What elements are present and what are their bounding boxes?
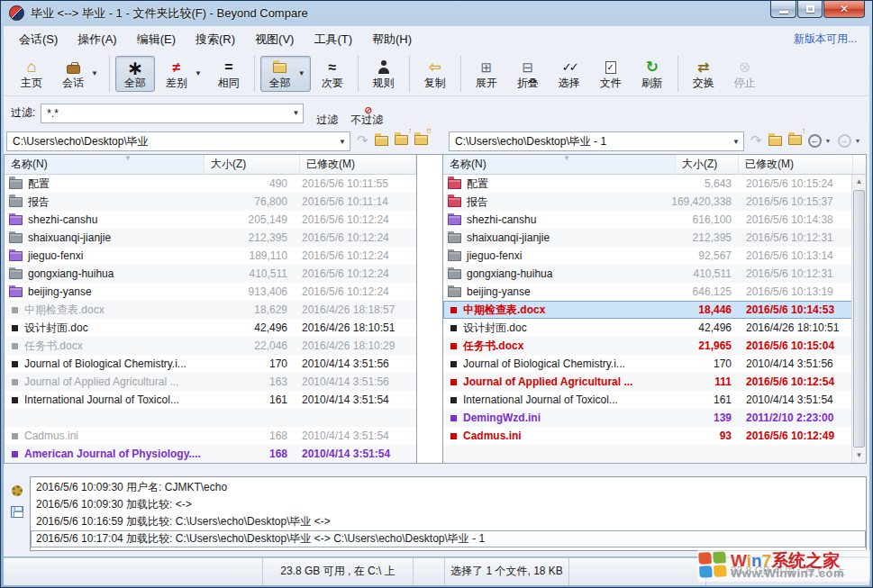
- toolbar-button-copyl[interactable]: ⇦复制: [415, 56, 455, 92]
- close-button[interactable]: ✕: [823, 1, 865, 18]
- menu-item-操作[interactable]: 操作(A): [68, 29, 126, 50]
- chevron-down-icon[interactable]: ▼: [825, 138, 832, 144]
- file-row[interactable]: beijing-yanse646,1252016/5/6 10:13:19: [443, 283, 866, 301]
- right-column-header-name[interactable]: 名称(N): [443, 155, 676, 174]
- menu-item-会话[interactable]: 会话(S): [9, 29, 68, 50]
- file-row[interactable]: Cadmus.ini932016/5/6 10:12:49: [443, 427, 866, 445]
- file-row[interactable]: Journal of Biological Chemistry.i...1702…: [443, 355, 866, 373]
- back-icon[interactable]: ←: [808, 134, 822, 148]
- left-column-header-name[interactable]: 名称(N): [5, 155, 205, 174]
- file-row[interactable]: 中期检查表.docx18,6292016/4/26 18:18:57: [5, 301, 416, 319]
- file-date-cell: 2016/5/6 10:14:38: [739, 213, 853, 226]
- file-row[interactable]: 任务书.docx21,9652016/5/6 10:15:04: [443, 337, 866, 355]
- file-row[interactable]: 设计封面.doc42,4962016/4/26 18:10:51: [5, 319, 416, 337]
- file-row[interactable]: 报告76,8002016/5/6 10:11:14: [5, 193, 416, 211]
- file-size-cell: 410,511: [205, 267, 295, 280]
- file-row[interactable]: 设计封面.doc42,4962016/4/26 18:10:51: [443, 319, 866, 337]
- save-log-icon[interactable]: [11, 506, 23, 518]
- left-path-combobox[interactable]: C:\Users\echo\Desktop\毕业 ▼: [6, 131, 350, 151]
- file-row[interactable]: shaixuanqi-jianjie212,3952016/5/6 10:12:…: [5, 229, 416, 247]
- right-column-header-size[interactable]: 大小(Z): [676, 155, 739, 174]
- file-row[interactable]: International Journal of Toxicol...16120…: [443, 391, 866, 409]
- right-path-combobox[interactable]: C:\Users\echo\Desktop\毕业 - 1 ▼: [449, 131, 744, 151]
- log-row[interactable]: 2016/5/6 10:09:30 用户名: CJMKT\echo: [31, 479, 866, 496]
- log-row[interactable]: 2016/5/6 10:17:04 加载比较: C:\Users\echo\De…: [31, 530, 866, 547]
- new-version-link[interactable]: 新版本可用...: [794, 32, 857, 47]
- left-column-header-size[interactable]: 大小(Z): [205, 155, 300, 174]
- chevron-down-icon[interactable]: ▼: [91, 69, 98, 77]
- chevron-down-icon[interactable]: ▼: [335, 138, 350, 146]
- toolbar-button-case[interactable]: 会话▼: [53, 56, 104, 92]
- scroll-down-icon[interactable]: ▼: [852, 448, 866, 463]
- file-row[interactable]: Journal of Applied Agricultural ...11120…: [443, 373, 866, 391]
- file-row[interactable]: 配置5,6432016/5/6 10:15:24: [443, 175, 866, 193]
- toolbar-button-expand[interactable]: ⊞展开: [467, 56, 506, 92]
- left-column-header-date[interactable]: 已修改(M): [300, 155, 416, 174]
- toolbar-button-filechk[interactable]: ✓文件: [591, 56, 631, 92]
- chevron-down-icon[interactable]: ▼: [298, 69, 305, 77]
- file-row[interactable]: jieguo-fenxi92,5672016/5/6 10:13:14: [443, 247, 866, 265]
- file-row[interactable]: 配置4902016/5/6 10:11:55: [5, 175, 416, 193]
- toolbar-apx-icon: ≈: [328, 59, 336, 77]
- right-column-header-date[interactable]: 已修改(M): [739, 155, 853, 174]
- chevron-down-icon[interactable]: ▼: [195, 69, 202, 77]
- file-row[interactable]: Journal of Applied Agricultural ...16320…: [5, 373, 416, 391]
- left-pane-rows: 配置4902016/5/6 10:11:55报告76,8002016/5/6 1…: [5, 175, 416, 463]
- minimize-button[interactable]: [770, 1, 796, 18]
- file-row[interactable]: 中期检查表.docx18,4462016/5/6 10:14:53: [443, 301, 866, 319]
- file-row[interactable]: American Journal of Physiology....168201…: [5, 445, 416, 463]
- filter-button[interactable]: 过滤: [316, 100, 338, 126]
- chevron-down-icon[interactable]: ▼: [729, 138, 743, 146]
- file-row[interactable]: Journal of Biological Chemistry.i...1702…: [5, 355, 416, 373]
- toolbar-button-eq[interactable]: =相同: [209, 56, 249, 92]
- file-row[interactable]: Cadmus.ini1682010/4/14 3:51:54: [5, 427, 416, 445]
- toolbar-button-fold[interactable]: 全部▼: [260, 56, 311, 92]
- file-row[interactable]: 报告169,420,3382016/5/6 10:15:37: [443, 193, 866, 211]
- toolbar-button-selchk[interactable]: ✓✓选择: [550, 56, 589, 92]
- file-row[interactable]: jieguo-fenxi189,1102016/5/6 10:12:24: [5, 247, 416, 265]
- chevron-down-icon[interactable]: ▼: [288, 109, 303, 117]
- scroll-up-icon[interactable]: ▲: [852, 175, 866, 189]
- toolbar-button-ast[interactable]: ∗全部: [115, 56, 155, 92]
- menu-item-工具[interactable]: 工具(T): [304, 29, 362, 50]
- menu-item-帮助[interactable]: 帮助(H): [362, 29, 422, 50]
- filter-combobox[interactable]: *.* ▼: [41, 104, 304, 123]
- vertical-scrollbar[interactable]: ▲▼: [851, 175, 866, 463]
- parent-folder-icon[interactable]: ↑: [788, 132, 802, 149]
- browse-folder-icon[interactable]: [768, 136, 782, 146]
- menu-item-视图[interactable]: 视图(V): [245, 29, 304, 50]
- parent-folder-icon[interactable]: ↑: [395, 132, 408, 149]
- toolbar-button-refresh[interactable]: ↻刷新: [632, 56, 672, 92]
- file-row[interactable]: International Journal of Toxicol...16120…: [5, 391, 416, 409]
- toolbar-button-neq[interactable]: ≠差别▼: [157, 56, 207, 92]
- file-row[interactable]: shaixuanqi-jianjie212,3952016/5/6 10:12:…: [443, 229, 866, 247]
- file-row[interactable]: gongxiang-huihua410,5112016/5/6 10:12:31: [443, 265, 866, 283]
- file-name-cell: shezhi-canshu: [5, 213, 205, 226]
- toolbar-button-collapse[interactable]: ⊟折叠: [508, 56, 548, 92]
- file-row[interactable]: DemingWzd.ini1392011/2/10 2:23:00: [443, 409, 866, 427]
- no-filter-button[interactable]: ⊘ 不过滤: [350, 100, 383, 126]
- log-row[interactable]: 2016/5/6 10:16:59 加载比较: C:\Users\echo\De…: [31, 513, 866, 530]
- menu-item-搜索[interactable]: 搜索(R): [186, 29, 245, 50]
- browse-folder-icon[interactable]: [375, 136, 388, 146]
- scrollbar-thumb[interactable]: [853, 190, 865, 448]
- restore-button[interactable]: [797, 1, 823, 18]
- toolbar-button-person[interactable]: 规则: [364, 56, 404, 92]
- root-folder-icon[interactable]: ↑↑: [414, 132, 428, 149]
- toolbar-button-home[interactable]: ⌂主页: [12, 56, 51, 92]
- toolbar-separator: [109, 56, 110, 92]
- menu-item-编辑[interactable]: 编辑(E): [127, 29, 186, 50]
- gear-icon[interactable]: [12, 485, 23, 496]
- file-row[interactable]: 任务书.docx22,0462016/4/26 18:10:29: [5, 337, 416, 355]
- file-row[interactable]: beijing-yanse913,4062016/5/6 10:12:24: [5, 283, 416, 301]
- log-row[interactable]: 2016/5/6 10:09:30 加载比较: <->: [31, 496, 866, 513]
- file-row[interactable]: shezhi-canshu616,1002016/5/6 10:14:38: [443, 211, 866, 229]
- file-row[interactable]: shezhi-canshu205,1492016/5/6 10:12:24: [5, 211, 416, 229]
- file-size-cell: 170: [205, 357, 295, 370]
- file-status-icon: [450, 433, 457, 439]
- toolbar-button-apx[interactable]: ≈次要: [313, 56, 352, 92]
- toolbar-button-swap[interactable]: ⇄交换: [684, 56, 723, 92]
- toolbar-person-icon: [377, 59, 390, 77]
- file-name-label: Journal of Biological Chemistry.i...: [24, 357, 186, 370]
- file-row[interactable]: gongxiang-huihua410,5112016/5/6 10:12:24: [5, 265, 416, 283]
